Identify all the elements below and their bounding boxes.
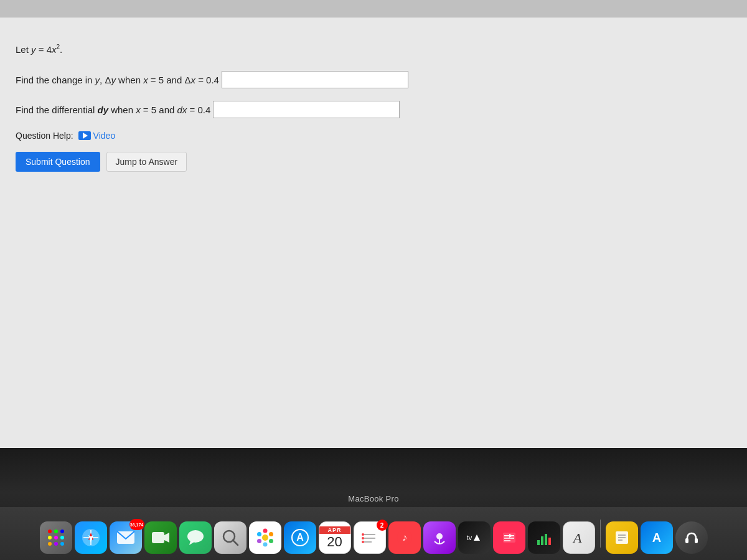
main-content: Let y = 4x2. Find the change in y, Δy wh… (0, 17, 747, 465)
svg-rect-48 (545, 534, 547, 545)
dock-spotlight-icon[interactable] (214, 521, 247, 554)
svg-marker-16 (164, 533, 169, 543)
svg-point-8 (60, 542, 64, 546)
calendar-month: APR (319, 526, 350, 534)
svg-point-2 (60, 530, 64, 533)
mail-badge: 36,174 (129, 519, 144, 530)
dock-facetime-icon[interactable] (144, 521, 177, 554)
svg-point-25 (263, 543, 267, 547)
svg-point-24 (269, 539, 273, 543)
video-link[interactable]: Video (78, 131, 116, 141)
line2-text: Find the differential dy when x = 5 and … (16, 105, 210, 115)
svg-point-4 (54, 536, 58, 539)
reminders-badge: 2 (377, 520, 388, 531)
jump-to-answer-button[interactable]: Jump to Answer (106, 152, 187, 172)
svg-rect-57 (695, 538, 698, 543)
svg-point-22 (263, 529, 267, 533)
svg-point-33 (362, 533, 364, 536)
dock-music-icon[interactable]: ♪ (388, 521, 421, 554)
dock-notes-icon[interactable] (606, 521, 638, 554)
question-help: Question Help: Video (16, 131, 731, 141)
appletv-label: tv (467, 534, 472, 541)
dock-launchpad-icon[interactable] (40, 521, 72, 554)
dock-appletv-icon[interactable]: tv (458, 521, 491, 554)
dock-appstore-icon[interactable]: A (284, 521, 316, 554)
svg-point-34 (362, 537, 364, 539)
dock-calendar-icon[interactable]: APR 20 (319, 521, 351, 554)
svg-rect-47 (541, 536, 543, 545)
dock-news-icon[interactable] (493, 521, 525, 554)
submit-question-button[interactable]: Submit Question (16, 152, 100, 172)
svg-point-23 (269, 532, 273, 536)
dock-appstore2-icon[interactable]: A (641, 521, 673, 554)
svg-text:A: A (652, 531, 660, 544)
svg-line-20 (233, 540, 238, 545)
svg-text:A: A (572, 530, 582, 546)
dock-messages-icon[interactable] (179, 521, 212, 554)
svg-rect-15 (152, 532, 164, 543)
svg-point-27 (257, 532, 261, 536)
svg-point-38 (436, 533, 443, 539)
answer-input-1[interactable] (222, 71, 408, 88)
svg-point-21 (262, 534, 268, 541)
dock-headphones-icon[interactable] (675, 521, 708, 554)
problem-line1: Find the change in y, Δy when x = 5 and … (16, 71, 731, 88)
video-label: Video (93, 131, 116, 141)
svg-point-0 (48, 530, 52, 533)
problem-line2: Find the differential dy when x = 5 and … (16, 101, 731, 118)
svg-point-35 (362, 541, 364, 543)
svg-point-3 (48, 536, 52, 539)
dock-reminders-icon[interactable]: 2 (354, 521, 386, 554)
svg-rect-49 (548, 538, 551, 545)
svg-text:A: A (296, 532, 304, 543)
problem-intro: Let y = 4x2. (16, 42, 731, 57)
buttons-row: Submit Question Jump to Answer (16, 152, 731, 172)
question-block: Let y = 4x2. Find the change in y, Δy wh… (12, 36, 735, 178)
svg-text:♪: ♪ (402, 532, 407, 543)
dock-safari-icon[interactable] (75, 521, 107, 554)
dock-podcast-icon[interactable] (423, 521, 456, 554)
dock-font-icon[interactable]: A (563, 521, 595, 554)
dock-photos-icon[interactable] (249, 521, 281, 554)
line1-text: Find the change in y, Δy when x = 5 and … (16, 75, 219, 85)
svg-point-17 (187, 530, 204, 543)
question-help-label: Question Help: (16, 131, 73, 141)
dock-stocks-icon[interactable] (528, 521, 560, 554)
svg-point-6 (48, 542, 52, 546)
svg-rect-56 (685, 538, 688, 543)
dock-mail-icon[interactable]: 36,174 (110, 521, 142, 554)
svg-rect-46 (537, 540, 540, 545)
calendar-day: 20 (327, 535, 342, 549)
dock-area: MacBook Pro (0, 448, 747, 560)
macbook-label: MacBook Pro (348, 494, 398, 503)
dock-icons: 36,174 (40, 513, 708, 554)
svg-point-26 (257, 539, 261, 543)
svg-point-7 (54, 542, 58, 546)
laptop-top-bar (0, 0, 747, 17)
svg-point-1 (54, 530, 58, 533)
video-icon (78, 131, 91, 140)
svg-marker-40 (474, 534, 480, 541)
answer-input-2[interactable] (213, 101, 400, 118)
dock-separator (600, 520, 601, 548)
svg-point-5 (60, 536, 64, 539)
dock-bar: 36,174 (0, 507, 747, 560)
